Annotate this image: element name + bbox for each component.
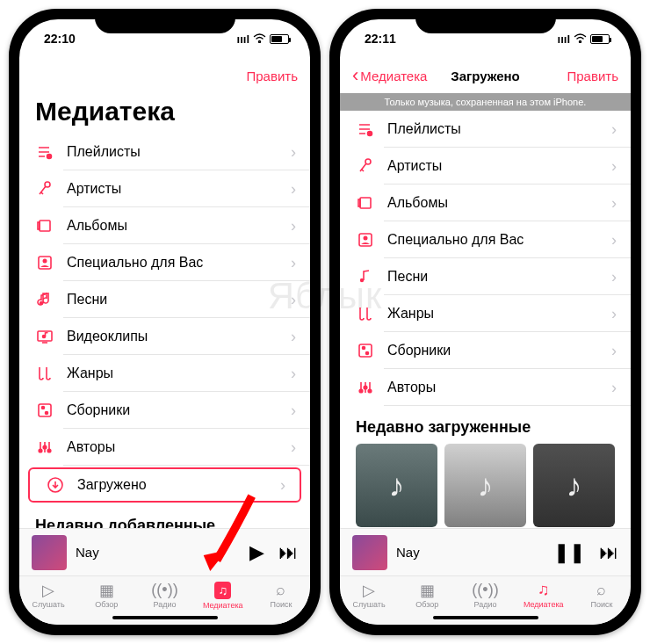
row-compilations[interactable]: Сборники › xyxy=(340,332,631,369)
downloaded-list[interactable]: Плейлисты › Артисты › Альбомы › Специаль… xyxy=(340,111,631,528)
tab-label: Медиатека xyxy=(203,601,243,610)
row-label: Сборники xyxy=(67,402,291,418)
chevron-right-icon: › xyxy=(291,291,296,309)
tab-listen[interactable]: ▷Слушать xyxy=(340,576,398,614)
battery-icon xyxy=(590,34,610,44)
tab-label: Радио xyxy=(474,600,497,609)
status-indicators: ıııl xyxy=(558,33,610,46)
navbar: ‹Медиатека Загружено Править xyxy=(340,58,631,93)
chevron-right-icon: › xyxy=(611,342,617,360)
svg-point-13 xyxy=(43,445,47,449)
battery-icon xyxy=(270,34,289,44)
wifi-icon xyxy=(574,33,587,46)
chevron-right-icon: › xyxy=(291,365,296,383)
row-composers[interactable]: Авторы › xyxy=(340,369,631,406)
tab-label: Медиатека xyxy=(524,600,564,609)
chevron-right-icon: › xyxy=(611,231,617,250)
edit-button[interactable]: Править xyxy=(247,69,299,83)
row-albums[interactable]: Альбомы › xyxy=(340,185,631,221)
row-label: Авторы xyxy=(387,380,611,395)
microphone-icon xyxy=(35,179,54,199)
phone-frame-left: 22:10 ıııl Править Медиатека Плейлисты xyxy=(9,9,321,635)
tab-browse[interactable]: ▦Обзор xyxy=(77,576,135,614)
row-playlists[interactable]: Плейлисты › xyxy=(19,134,310,170)
tab-label: Радио xyxy=(154,600,177,609)
row-label: Альбомы xyxy=(387,195,611,211)
row-label: Видеоклипы xyxy=(67,329,291,344)
stage: 22:10 ıııl Править Медиатека Плейлисты xyxy=(0,0,650,644)
row-label: Загружено xyxy=(77,477,280,493)
row-genres[interactable]: Жанры › xyxy=(340,295,631,332)
pause-button[interactable]: ❚❚ xyxy=(553,541,585,564)
row-compilations[interactable]: Сборники › xyxy=(19,392,310,429)
guitar-icon xyxy=(35,364,54,383)
row-label: Жанры xyxy=(67,365,291,381)
row-artists[interactable]: Артисты › xyxy=(340,148,631,185)
now-playing-bar[interactable]: Nay ❚❚ ⏭ xyxy=(340,528,631,575)
status-indicators: ıııl xyxy=(237,33,289,46)
row-songs[interactable]: Песни › xyxy=(19,281,310,318)
forward-button[interactable]: ⏭ xyxy=(278,541,298,564)
tab-search[interactable]: ⌕Поиск xyxy=(252,576,310,614)
music-note-icon xyxy=(356,267,375,286)
library-list[interactable]: Плейлисты › Артисты › Альбомы › Специаль… xyxy=(19,134,310,528)
tab-library[interactable]: ♫Медиатека xyxy=(515,576,573,614)
row-made-for-you[interactable]: Специально для Вас › xyxy=(19,244,310,281)
row-label: Плейлисты xyxy=(387,121,611,137)
status-time: 22:10 xyxy=(44,32,76,46)
forward-button[interactable]: ⏭ xyxy=(599,541,618,564)
home-indicator xyxy=(112,616,218,619)
chevron-right-icon: › xyxy=(291,217,296,235)
row-artists[interactable]: Артисты › xyxy=(19,170,310,207)
screen-right: 22:11 ıııl ‹Медиатека Загружено Править … xyxy=(340,19,631,625)
tab-label: Слушать xyxy=(32,600,65,609)
tab-search[interactable]: ⌕Поиск xyxy=(573,576,631,614)
row-label: Плейлисты xyxy=(67,144,291,160)
tab-radio[interactable]: ((•))Радио xyxy=(456,576,514,614)
row-albums[interactable]: Альбомы › xyxy=(19,207,310,244)
row-songs[interactable]: Песни › xyxy=(340,258,631,295)
page-title: Медиатека xyxy=(19,93,310,134)
chevron-right-icon: › xyxy=(291,438,296,457)
svg-point-5 xyxy=(43,259,47,264)
now-playing-title: Nay xyxy=(396,545,539,560)
row-downloaded[interactable]: Загружено › xyxy=(28,467,301,503)
tab-library[interactable]: ♫Медиатека xyxy=(194,576,252,614)
row-label: Специально для Вас xyxy=(67,255,291,271)
notch xyxy=(415,9,556,33)
compilation-icon xyxy=(356,341,375,360)
row-composers[interactable]: Авторы › xyxy=(19,429,310,466)
chevron-right-icon: › xyxy=(291,402,296,420)
library-icon: ♫ xyxy=(214,582,231,599)
chevron-right-icon: › xyxy=(611,120,617,139)
tab-radio[interactable]: ((•))Радио xyxy=(135,576,193,614)
row-playlists[interactable]: Плейлисты › xyxy=(340,111,631,148)
tab-browse[interactable]: ▦Обзор xyxy=(398,576,456,614)
row-videoclips[interactable]: Видеоклипы › xyxy=(19,318,310,355)
row-genres[interactable]: Жанры › xyxy=(19,355,310,392)
back-button[interactable]: ‹Медиатека xyxy=(352,64,427,87)
phone-frame-right: 22:11 ıııl ‹Медиатека Загружено Править … xyxy=(329,9,641,635)
row-label: Артисты xyxy=(387,158,611,174)
tv-music-icon xyxy=(35,327,54,346)
now-playing-artwork xyxy=(32,535,67,570)
section-recently-added: Недавно добавленные xyxy=(19,504,310,528)
playlist-icon xyxy=(356,119,375,139)
play-button[interactable]: ▶ xyxy=(249,541,264,564)
album-thumb[interactable]: ♪ xyxy=(356,444,437,527)
tab-label: Поиск xyxy=(590,600,612,609)
now-playing-bar[interactable]: Nay ▶ ⏭ xyxy=(19,528,310,575)
svg-point-14 xyxy=(47,449,51,452)
signal-icon: ıııl xyxy=(237,33,249,46)
album-thumb[interactable]: ♪ xyxy=(444,444,526,527)
album-thumb[interactable]: ♪ xyxy=(533,444,615,527)
tab-listen[interactable]: ▷Слушать xyxy=(19,576,77,614)
grid-icon: ▦ xyxy=(97,582,116,598)
grid-icon: ▦ xyxy=(417,582,437,598)
svg-rect-2 xyxy=(40,221,50,231)
edit-button[interactable]: Править xyxy=(567,69,619,83)
compilation-icon xyxy=(35,401,54,420)
row-made-for-you[interactable]: Специально для Вас › xyxy=(340,221,631,258)
library-icon: ♫ xyxy=(534,582,553,598)
svg-rect-23 xyxy=(359,344,372,357)
